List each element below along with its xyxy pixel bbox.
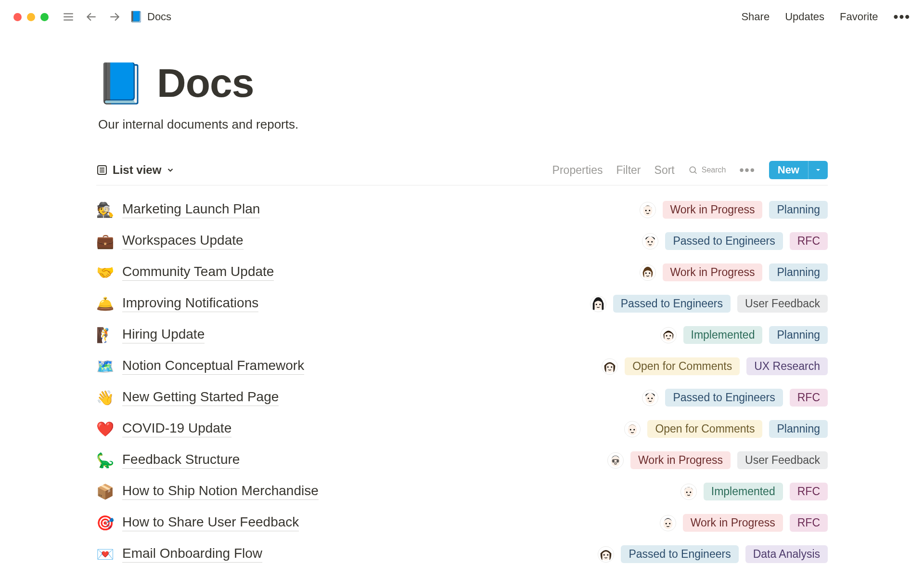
tag[interactable]: Work in Progress	[630, 451, 731, 469]
row-title[interactable]: Feedback Structure	[122, 452, 240, 469]
list-item[interactable]: 💼Workspaces UpdatePassed to EngineersRFC	[96, 225, 828, 257]
sidebar-toggle-button[interactable]	[60, 9, 77, 25]
row-icon: 💼	[96, 233, 114, 250]
assignee-avatar[interactable]	[642, 233, 658, 250]
row-icon: 🕵️	[96, 201, 114, 218]
row-icon: 🦕	[96, 452, 114, 469]
row-title[interactable]: COVID-19 Update	[122, 420, 231, 437]
arrow-right-icon	[108, 11, 121, 23]
tag[interactable]: Work in Progress	[683, 514, 783, 532]
breadcrumb[interactable]: 📘 Docs	[129, 11, 171, 23]
tag[interactable]: Passed to Engineers	[613, 295, 731, 313]
nav-forward-button[interactable]	[106, 9, 123, 25]
assignee-avatar[interactable]	[660, 327, 677, 343]
view-more-options-button[interactable]: •••	[739, 163, 755, 178]
assignee-avatar[interactable]	[640, 264, 656, 281]
tag[interactable]: Planning	[769, 326, 828, 344]
row-title[interactable]: How to Ship Notion Merchandise	[122, 483, 319, 500]
tag[interactable]: Passed to Engineers	[621, 545, 738, 563]
share-button[interactable]: Share	[741, 11, 770, 23]
page-subtitle[interactable]: Our internal documents and reports.	[98, 117, 828, 132]
nav-back-button[interactable]	[83, 9, 100, 25]
arrow-left-icon	[85, 11, 98, 23]
minimize-window-icon[interactable]	[27, 13, 35, 21]
row-title[interactable]: Community Team Update	[122, 264, 274, 281]
tag[interactable]: RFC	[790, 514, 828, 532]
row-icon: 🧗	[96, 327, 114, 343]
assignee-avatar[interactable]	[598, 546, 614, 563]
maximize-window-icon[interactable]	[40, 13, 49, 21]
assignee-avatar[interactable]	[660, 515, 676, 531]
tag[interactable]: Planning	[769, 263, 828, 281]
assignee-avatar[interactable]	[680, 484, 697, 500]
tag[interactable]: Implemented	[683, 326, 763, 344]
tag[interactable]: Data Analysis	[745, 545, 828, 563]
row-title[interactable]: Marketing Launch Plan	[122, 201, 260, 218]
assignee-avatar[interactable]	[602, 358, 618, 375]
chevron-down-icon	[814, 166, 822, 174]
tag[interactable]: RFC	[790, 389, 828, 407]
tag[interactable]: UX Research	[746, 357, 828, 375]
view-switcher[interactable]: List view	[96, 163, 175, 177]
tag[interactable]: RFC	[790, 483, 828, 500]
tag[interactable]: RFC	[790, 232, 828, 250]
tag[interactable]: Work in Progress	[663, 263, 763, 281]
list-item[interactable]: 🎯How to Share User FeedbackWork in Progr…	[96, 507, 828, 539]
list-item[interactable]: 📦How to Ship Notion MerchandiseImplement…	[96, 476, 828, 507]
list-item[interactable]: 🦕Feedback StructureWork in ProgressUser …	[96, 445, 828, 476]
row-title[interactable]: How to Share User Feedback	[122, 514, 299, 531]
hamburger-icon	[62, 11, 75, 23]
tag[interactable]: Work in Progress	[663, 201, 763, 219]
list-item[interactable]: 🛎️Improving NotificationsPassed to Engin…	[96, 288, 828, 319]
window-controls[interactable]	[13, 13, 49, 21]
list-item[interactable]: 🕵️Marketing Launch PlanWork in ProgressP…	[96, 194, 828, 225]
search-label: Search	[702, 166, 726, 174]
properties-button[interactable]: Properties	[552, 164, 603, 177]
row-icon: 👋	[96, 389, 114, 406]
list-item[interactable]: ❤️COVID-19 UpdateOpen for CommentsPlanni…	[96, 413, 828, 445]
search-button[interactable]: Search	[688, 165, 726, 175]
list-item[interactable]: 👋New Getting Started PagePassed to Engin…	[96, 382, 828, 413]
row-title[interactable]: New Getting Started Page	[122, 389, 279, 406]
assignee-avatar[interactable]	[640, 202, 656, 218]
tag[interactable]: User Feedback	[737, 295, 828, 313]
new-button-dropdown[interactable]	[808, 161, 828, 179]
page-title[interactable]: Docs	[157, 60, 254, 106]
row-title[interactable]: Improving Notifications	[122, 295, 258, 312]
list-item[interactable]: 💌Email Onboarding FlowPassed to Engineer…	[96, 539, 828, 570]
row-title[interactable]: Hiring Update	[122, 327, 205, 343]
favorite-button[interactable]: Favorite	[840, 11, 878, 23]
tag[interactable]: User Feedback	[737, 451, 828, 469]
updates-button[interactable]: Updates	[785, 11, 824, 23]
tag[interactable]: Passed to Engineers	[665, 389, 783, 407]
view-label: List view	[113, 163, 161, 177]
assignee-avatar[interactable]	[642, 390, 658, 406]
svg-point-9	[690, 167, 695, 172]
document-list: 🕵️Marketing Launch PlanWork in ProgressP…	[96, 194, 828, 570]
list-item[interactable]: 🗺️Notion Conceptual FrameworkOpen for Co…	[96, 351, 828, 382]
tag[interactable]: Passed to Engineers	[665, 232, 783, 250]
assignee-avatar[interactable]	[607, 452, 624, 469]
more-options-button[interactable]: •••	[894, 9, 911, 25]
tag[interactable]: Open for Comments	[625, 357, 740, 375]
row-icon: 🛎️	[96, 295, 114, 312]
row-icon: 💌	[96, 546, 114, 563]
row-title[interactable]: Email Onboarding Flow	[122, 546, 262, 563]
row-title[interactable]: Workspaces Update	[122, 233, 244, 250]
filter-button[interactable]: Filter	[616, 164, 641, 177]
tag[interactable]: Planning	[769, 201, 828, 219]
row-title[interactable]: Notion Conceptual Framework	[122, 358, 304, 375]
row-icon: 🤝	[96, 264, 114, 281]
assignee-avatar[interactable]	[590, 296, 606, 312]
list-item[interactable]: 🤝Community Team UpdateWork in ProgressPl…	[96, 257, 828, 288]
tag[interactable]: Planning	[769, 420, 828, 438]
list-item[interactable]: 🧗Hiring UpdateImplementedPlanning	[96, 319, 828, 351]
close-window-icon[interactable]	[13, 13, 22, 21]
new-button-label: New	[769, 161, 808, 179]
page-icon[interactable]: 📘	[96, 64, 145, 103]
new-button[interactable]: New	[769, 161, 828, 179]
tag[interactable]: Open for Comments	[647, 420, 762, 438]
tag[interactable]: Implemented	[704, 483, 783, 500]
assignee-avatar[interactable]	[624, 421, 641, 437]
sort-button[interactable]: Sort	[654, 164, 675, 177]
